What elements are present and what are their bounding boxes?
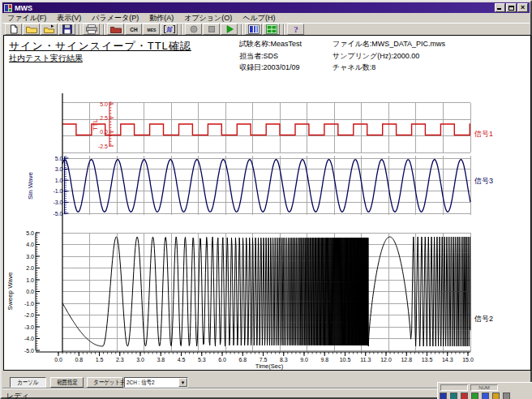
fragment-status-panes: NUM (440, 384, 498, 391)
report-info-row: 試験名称:MeasTest (239, 38, 302, 50)
question-mark-icon: ? (290, 24, 302, 34)
save-file-button[interactable] (58, 24, 75, 35)
target-channel-value: 2CH : 信号2 (127, 378, 155, 387)
toolbar-separator (241, 24, 242, 35)
info-label: ファイル名: (332, 40, 371, 48)
tray-app-icon-1[interactable] (440, 393, 447, 399)
tray-app-icon-7[interactable] (503, 393, 510, 399)
info-value: MWS_DATA_PIC.mws (371, 40, 445, 48)
play-triangle-icon (223, 24, 236, 34)
taskbar-tray-fragment (440, 393, 510, 399)
toolbar: CHMES? (2, 23, 530, 35)
channel-setup-icon: CH (127, 24, 140, 34)
info-label: 収録日: (239, 63, 264, 71)
tray-app-icon-2[interactable] (450, 393, 457, 399)
svg-text:CH: CH (130, 27, 138, 32)
floppy-disk-icon (61, 24, 74, 34)
app-icon (4, 4, 12, 12)
toolbar-separator (283, 24, 285, 35)
tray-app-icon-5[interactable] (482, 393, 489, 399)
channel-setup-button[interactable]: CH (125, 24, 142, 35)
maximize-icon (508, 6, 514, 11)
report-info-row: 収録日:2003/01/09 (239, 62, 302, 74)
waveform-view-icon (247, 24, 260, 34)
open-folder-arrow-icon (43, 24, 56, 34)
print-button[interactable] (83, 24, 100, 35)
stop-button[interactable] (203, 24, 220, 35)
window-title: MWS (15, 4, 32, 12)
info-value: MeasTest (271, 40, 302, 48)
open-folder-icon (25, 24, 38, 34)
report-title: サイン・サインスイープ・TTL確認 (9, 39, 191, 54)
tray-app-icon-3[interactable] (461, 393, 468, 399)
help-button[interactable]: ? (287, 24, 304, 35)
toolbar-separator (103, 24, 105, 35)
range-select-button-label: 範囲指定 (57, 378, 78, 387)
tray-app-icon-4[interactable] (471, 393, 478, 399)
cursor-button[interactable]: カーソル (10, 377, 46, 388)
overlay-window-fragment: NUM (437, 382, 532, 399)
info-label: 試験名称: (239, 40, 271, 48)
report-subtitle: 社内テスト実行結果 (9, 53, 83, 64)
info-label: チャネル数: (332, 63, 371, 71)
new-file-button[interactable] (5, 24, 22, 35)
mws-window: MWS × ファイル(F)表示(V)パラメータ(P)動作(A)オプション(O)ヘ… (0, 0, 532, 399)
report-info-column-2: ファイル名:MWS_DATA_PIC.mwsサンプリング(Hz):2000.00… (332, 38, 445, 74)
info-value: 2000.00 (393, 52, 420, 60)
window-controls: × (495, 3, 528, 12)
maximize-button[interactable] (506, 3, 517, 12)
info-value: 2003/01/09 (264, 63, 300, 71)
status-num-indicator: NUM (470, 384, 498, 391)
record-circle-icon (187, 24, 200, 34)
open-file-button[interactable] (23, 24, 40, 35)
svg-text:MES: MES (147, 28, 157, 32)
status-pane (440, 384, 468, 391)
run-button[interactable] (221, 24, 238, 35)
grid-view-icon (265, 24, 278, 34)
record-button[interactable] (185, 24, 202, 35)
signal-monitor-button[interactable] (161, 24, 178, 35)
report-info-row: チャネル数:8 (332, 62, 445, 74)
target-channel-label: ターゲットチャネル (87, 377, 123, 388)
tray-app-icon-6[interactable] (492, 393, 500, 399)
info-label: サンプリング(Hz): (332, 52, 393, 60)
close-icon: × (518, 3, 527, 12)
info-value: SDS (264, 52, 279, 60)
report-document: サイン・サインスイープ・TTL確認 社内テスト実行結果 試験名称:MeasTes… (3, 35, 531, 371)
new-file-icon (7, 24, 20, 34)
toolbar-separator (79, 24, 80, 35)
target-channel-select[interactable]: 2CH : 信号2 ▼ (124, 377, 188, 388)
report-info-row: サンプリング(Hz):2000.00 (332, 50, 445, 62)
report-info-row: ファイル名:MWS_DATA_PIC.mws (332, 38, 445, 50)
report-info-row: 担当者:SDS (239, 50, 302, 62)
svg-text:?: ? (294, 24, 298, 34)
status-ready: レディ (6, 391, 29, 399)
minimize-icon (497, 8, 501, 10)
menubar: ファイル(F)表示(V)パラメータ(P)動作(A)オプション(O)ヘルプ(H) (2, 13, 530, 23)
open-data-button[interactable] (41, 24, 58, 35)
close-button[interactable]: × (517, 3, 528, 12)
printer-icon (85, 24, 98, 34)
red-folder-icon (109, 24, 122, 34)
minimize-button[interactable] (495, 3, 505, 12)
signal-scope-icon (163, 24, 176, 34)
toolbar-separator (181, 24, 182, 35)
close-data-button[interactable] (107, 24, 124, 35)
grid-view-button[interactable] (263, 24, 280, 35)
info-label: 担当者: (239, 52, 264, 60)
stop-square-icon (205, 24, 218, 34)
waveform-view-button[interactable] (245, 24, 262, 35)
measure-setup-icon: MES (145, 24, 158, 34)
dropdown-arrow-icon[interactable]: ▼ (178, 378, 187, 387)
report-info-column-1: 試験名称:MeasTest担当者:SDS収録日:2003/01/09 (239, 38, 302, 74)
measure-setup-button[interactable]: MES (143, 24, 160, 35)
cursor-button-label: カーソル (17, 378, 38, 387)
info-value: 8 (371, 63, 375, 71)
range-select-button[interactable]: 範囲指定 (50, 377, 84, 388)
